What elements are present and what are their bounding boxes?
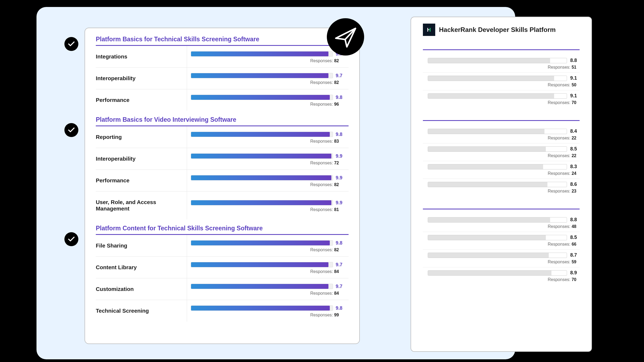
responses-count: Responses: 84 [191,269,346,274]
score-value: 9.8 [336,95,342,100]
comparison-rating-row: 8.8Responses: 48 [423,214,580,232]
score-bar-track [428,76,567,81]
score-bar-track [428,235,567,240]
rating-row: Interoperability9.9Responses: 72 [96,148,349,170]
section-title: Platform Basics for Video Interviewing S… [96,116,349,126]
responses-count: Responses: 66 [428,242,577,247]
comparison-section: 8.4Responses: 228.5Responses: 228.3Respo… [423,120,580,196]
score-bar-track [191,73,333,78]
score-value: 8.5 [570,235,577,240]
score-bar-fill [191,200,331,205]
rating-data: 9.7Responses: 82 [187,68,349,89]
check-icon [64,123,78,137]
responses-count: Responses: 96 [191,102,346,107]
rating-label: Reporting [96,126,187,148]
score-bar-fill [428,182,547,187]
score-value: 8.5 [570,146,577,152]
rating-row: Technical Screening9.8Responses: 99 [96,300,349,322]
score-value: 8.8 [570,217,577,223]
responses-count: Responses: 50 [428,83,577,87]
responses-count: Responses: 70 [428,100,577,105]
score-bar-fill [428,164,543,169]
score-bar-track [428,182,567,187]
responses-count: Responses: 82 [191,182,346,187]
comparison-rating-row: 8.4Responses: 22 [423,126,580,143]
score-bar-track [191,240,333,246]
score-bar-track [191,95,333,100]
rating-row: File Sharing9.8Responses: 82 [96,235,349,257]
responses-count: Responses: 24 [428,171,577,176]
rating-label: Performance [96,89,187,111]
score-value: 9.9 [336,200,342,206]
comparison-rating-row: 8.5Responses: 22 [423,143,580,161]
rating-label: Interoperability [96,148,187,169]
comparison-section: 8.8Responses: 519.1Responses: 509.1Respo… [423,49,580,108]
rating-label: User, Role, and Access Management [96,191,187,219]
comparison-section: 8.8Responses: 488.5Responses: 668.7Respo… [423,209,580,285]
responses-count: Responses: 72 [191,161,346,165]
score-bar-fill [191,241,330,245]
score-bar-track [428,164,567,169]
rating-row: Integrations9.7Responses: 82 [96,46,349,68]
score-bar-fill [428,253,549,258]
score-value: 8.7 [570,252,577,258]
responses-count: Responses: 22 [428,136,577,141]
rating-label: Customization [96,278,187,300]
score-value: 8.8 [570,58,577,63]
score-bar-track [191,153,333,159]
check-icon [64,37,78,51]
comparison-title: HackerRank Developer Skills Platform [439,26,556,34]
responses-count: Responses: 23 [428,189,577,194]
ratings-section: Platform Content for Technical Skills Sc… [96,225,349,322]
rating-row: Reporting9.8Responses: 83 [96,126,349,148]
rating-row: Customization9.7Responses: 84 [96,278,349,300]
hackerrank-logo-icon: H [423,24,435,36]
score-bar-fill [428,147,546,152]
score-bar-fill [191,51,328,56]
score-bar-fill [191,306,330,311]
primary-ratings-card: Platform Basics for Technical Skills Scr… [85,28,360,344]
score-bar-track [191,284,333,289]
score-bar-fill [428,235,546,240]
comparison-rating-row: 9.1Responses: 70 [423,90,580,108]
rating-data: 9.7Responses: 82 [187,46,349,67]
score-bar-fill [428,58,550,63]
rating-label: Performance [96,170,187,191]
score-bar-fill [191,284,328,289]
responses-count: Responses: 82 [191,58,346,63]
section-divider [423,209,580,209]
score-bar-track [191,305,333,311]
score-bar-fill [428,217,550,222]
rating-data: 9.8Responses: 83 [187,126,349,148]
responses-count: Responses: 22 [428,153,577,158]
comparison-rating-row: 8.6Responses: 23 [423,179,580,196]
score-bar-fill [191,73,328,78]
paper-plane-icon [333,25,358,49]
rating-row: User, Role, and Access Management9.9Resp… [96,191,349,219]
score-value: 9.1 [570,75,577,81]
score-bar-fill [428,76,554,81]
responses-count: Responses: 81 [191,207,346,212]
rating-data: 9.8Responses: 82 [187,235,349,256]
score-bar-track [191,175,333,180]
rating-row: Performance9.8Responses: 96 [96,89,349,111]
score-value: 9.8 [336,240,342,246]
score-bar-fill [191,175,331,180]
score-value: 8.4 [570,128,577,134]
comparison-rating-row: 8.8Responses: 51 [423,55,580,73]
score-bar-fill [191,262,328,267]
score-value: 9.8 [336,132,342,137]
score-bar-track [428,93,567,99]
rating-data: 9.7Responses: 84 [187,257,349,278]
score-bar-track [428,129,567,134]
responses-count: Responses: 59 [428,260,577,264]
section-divider [423,120,580,121]
score-bar-fill [191,132,330,137]
rating-data: 9.9Responses: 81 [187,191,349,219]
score-value: 9.8 [336,305,342,311]
responses-count: Responses: 51 [428,65,577,70]
rating-data: 9.9Responses: 72 [187,148,349,169]
check-icon [64,232,78,246]
section-title: Platform Content for Technical Skills Sc… [96,225,349,235]
comparison-rating-row: 8.3Responses: 24 [423,161,580,179]
